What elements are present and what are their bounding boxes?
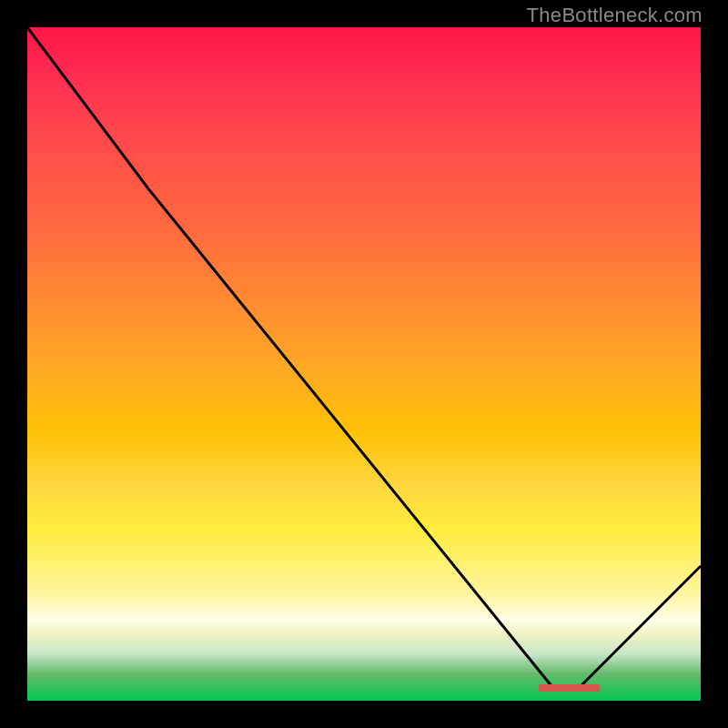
attribution-text: TheBottleneck.com [527, 4, 703, 27]
bottleneck-curve [27, 27, 701, 701]
optimal-range-marker [539, 684, 600, 692]
plot-area [27, 27, 701, 701]
